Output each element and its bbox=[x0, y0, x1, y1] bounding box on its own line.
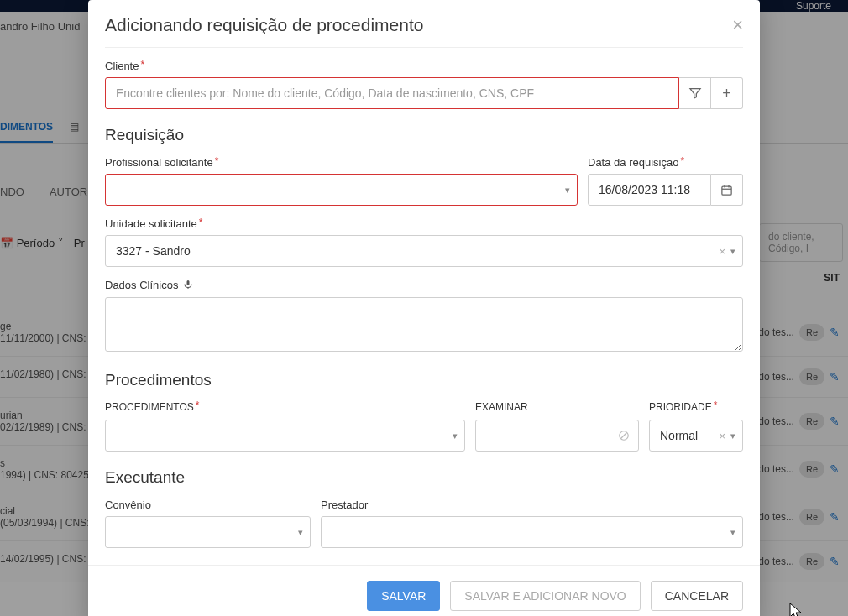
close-icon[interactable]: × bbox=[732, 16, 743, 34]
modal-header: Adicionando requisição de procedimento × bbox=[88, 0, 760, 47]
proc-header-procedimentos: PROCEDIMENTOS* bbox=[105, 401, 465, 413]
svg-rect-0 bbox=[722, 186, 731, 195]
data-requisicao-label: Data da requisição* bbox=[588, 156, 743, 169]
procedimentos-select[interactable]: ▾ bbox=[105, 420, 465, 452]
chevron-down-icon: ▾ bbox=[298, 527, 303, 538]
profissional-select[interactable]: ▾ bbox=[105, 174, 578, 206]
examinar-input[interactable] bbox=[475, 420, 639, 452]
unidade-value: 3327 - Sandro bbox=[116, 244, 719, 258]
convenio-label: Convênio bbox=[105, 499, 311, 511]
dados-clinicos-label: Dados Clínicos bbox=[105, 279, 743, 292]
proc-header-prioridade: PRIORIDADE* bbox=[649, 401, 743, 413]
unidade-select[interactable]: 3327 - Sandro × ▾ bbox=[105, 235, 743, 267]
convenio-select[interactable]: ▾ bbox=[105, 516, 311, 548]
modal-title: Adicionando requisição de procedimento bbox=[105, 15, 423, 35]
profissional-label: Profissional solicitante* bbox=[105, 156, 578, 169]
cliente-label: Cliente* bbox=[105, 60, 743, 72]
prestador-select[interactable]: ▾ bbox=[321, 516, 743, 548]
cliente-row: + bbox=[105, 77, 743, 109]
chevron-down-icon: ▾ bbox=[730, 527, 735, 538]
clear-icon[interactable]: × bbox=[719, 430, 725, 442]
prioridade-value: Normal bbox=[660, 429, 719, 442]
calendar-icon[interactable] bbox=[711, 174, 743, 206]
modal-body: Cliente* + Requisição Profissional solic… bbox=[88, 48, 760, 548]
salvar-button[interactable]: SALVAR bbox=[367, 581, 440, 611]
chevron-down-icon: ▾ bbox=[565, 185, 570, 196]
salvar-novo-button[interactable]: SALVAR E ADICIONAR NOVO bbox=[450, 581, 640, 611]
blocked-icon bbox=[618, 430, 630, 441]
proc-header-examinar: EXAMINAR bbox=[475, 401, 639, 413]
microphone-icon[interactable] bbox=[183, 279, 193, 292]
chevron-down-icon: ▾ bbox=[730, 246, 735, 257]
data-requisicao-value: 16/08/2023 11:18 bbox=[599, 183, 690, 196]
modal-footer: SALVAR SALVAR E ADICIONAR NOVO CANCELAR bbox=[88, 565, 760, 616]
prestador-label: Prestador bbox=[321, 499, 743, 511]
add-procedure-request-modal: Adicionando requisição de procedimento ×… bbox=[88, 0, 760, 616]
dados-clinicos-textarea[interactable] bbox=[105, 297, 743, 352]
chevron-down-icon: ▾ bbox=[453, 431, 458, 441]
data-requisicao-input[interactable]: 16/08/2023 11:18 bbox=[588, 174, 711, 206]
svg-line-5 bbox=[621, 433, 627, 439]
requisicao-title: Requisição bbox=[105, 126, 743, 144]
cancelar-button[interactable]: CANCELAR bbox=[651, 581, 743, 611]
clear-icon[interactable]: × bbox=[719, 245, 725, 258]
filter-icon[interactable] bbox=[679, 77, 711, 109]
unidade-label: Unidade solicitante* bbox=[105, 217, 743, 230]
executante-title: Executante bbox=[105, 468, 743, 487]
cliente-input[interactable] bbox=[105, 77, 679, 109]
prioridade-select[interactable]: Normal × ▾ bbox=[649, 420, 743, 452]
add-icon[interactable]: + bbox=[711, 77, 743, 109]
chevron-down-icon: ▾ bbox=[730, 431, 735, 441]
procedimentos-title: Procedimentos bbox=[105, 371, 743, 389]
